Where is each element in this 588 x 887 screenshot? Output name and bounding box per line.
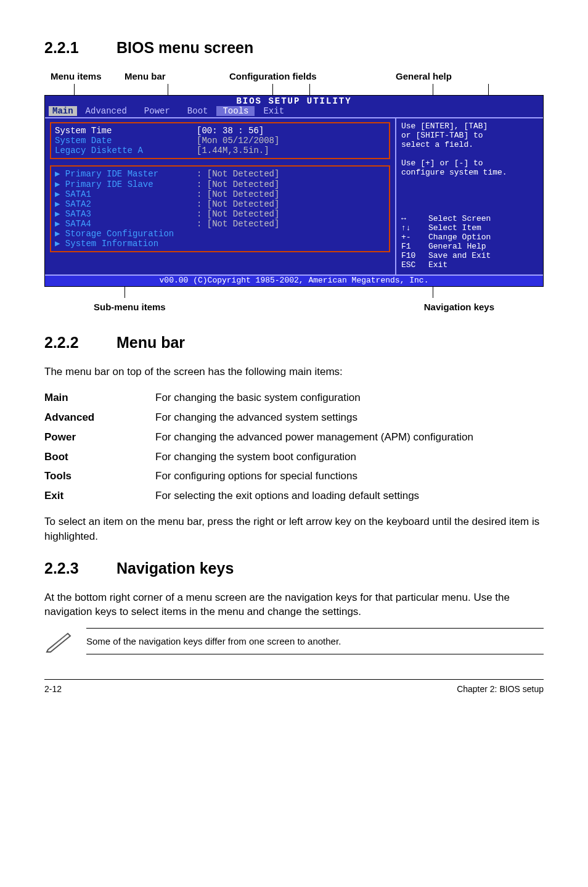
label-config-fields: Configuration fields <box>229 70 396 83</box>
page-number: 2-12 <box>44 683 62 696</box>
definition-term: Boot <box>44 447 155 467</box>
bios-group-devices: ▶ Primary IDE Master: [Not Detected]▶ Pr… <box>50 165 390 252</box>
bios-row[interactable]: System Time[00: 38 : 56] <box>55 126 385 136</box>
bios-group-system: System Time[00: 38 : 56]System Date[Mon … <box>50 122 390 159</box>
bios-help-line <box>401 150 538 159</box>
bios-help-line: Use [+] or [-] to <box>401 159 538 168</box>
definition-desc: For changing the basic system configurat… <box>155 388 544 408</box>
bios-help-key-row: F1General Help <box>401 242 538 252</box>
bios-row[interactable]: System Date[Mon 05/12/2008] <box>55 136 385 146</box>
definition-term: Tools <box>44 466 155 486</box>
definition-desc: For changing the system boot configurati… <box>155 447 544 467</box>
definition-desc: For changing the advanced power manageme… <box>155 427 544 447</box>
heading-num: 2.2.3 <box>44 558 112 579</box>
bios-tab-boot[interactable]: Boot <box>179 106 217 116</box>
bios-screenshot: BIOS SETUP UTILITY Main Advanced Power B… <box>44 95 544 287</box>
definition-row: AdvancedFor changing the advanced system… <box>44 408 544 427</box>
label-navigation-keys: Navigation keys <box>229 300 544 313</box>
bios-tab-main[interactable]: Main <box>49 106 77 116</box>
definition-row: ToolsFor configuring options for special… <box>44 466 544 486</box>
bios-tab-power[interactable]: Power <box>136 106 179 116</box>
definition-term: Power <box>44 427 155 447</box>
bios-help-line: configure system time. <box>401 168 538 178</box>
bios-help-key-row: ESCExit <box>401 261 538 270</box>
bios-row[interactable]: ▶ Primary IDE Slave: [Not Detected] <box>55 179 385 189</box>
definition-row: MainFor changing the basic system config… <box>44 388 544 408</box>
label-menu-bar: Menu bar <box>125 70 229 83</box>
heading-title: BIOS menu screen <box>116 39 253 56</box>
note-text: Some of the navigation keys differ from … <box>86 628 544 654</box>
heading-2-2-3: 2.2.3 Navigation keys <box>44 558 544 579</box>
bios-copyright: v00.00 (C)Copyright 1985-2002, American … <box>45 276 543 286</box>
label-general-help: General help <box>396 70 519 83</box>
bios-help-key-row: ↑↓Select Item <box>401 224 538 233</box>
page-footer: 2-12 Chapter 2: BIOS setup <box>44 679 544 696</box>
bios-tab-tools[interactable]: Tools <box>216 106 255 116</box>
heading-title: Menu bar <box>116 334 185 351</box>
bios-row[interactable]: ▶ Storage Configuration <box>55 229 385 239</box>
definition-term: Main <box>44 388 155 408</box>
bios-row[interactable]: ▶ SATA3: [Not Detected] <box>55 209 385 219</box>
bios-menubar: Main Advanced Power Boot Tools Exit <box>45 106 543 117</box>
svg-marker-0 <box>47 633 70 652</box>
tick-row-top <box>44 84 544 95</box>
note-block: Some of the navigation keys differ from … <box>44 628 544 654</box>
heading-2-2-2: 2.2.2 Menu bar <box>44 332 544 353</box>
heading-num: 2.2.1 <box>44 37 112 59</box>
definition-row: PowerFor changing the advanced power man… <box>44 427 544 447</box>
bios-help-key-row: F10Save and Exit <box>401 252 538 261</box>
diagram-top-labels: Menu items Menu bar Configuration fields… <box>44 70 544 83</box>
bios-row[interactable]: ▶ SATA2: [Not Detected] <box>55 199 385 209</box>
heading-title: Navigation keys <box>116 559 234 577</box>
heading-num: 2.2.2 <box>44 332 112 353</box>
bios-help-key-row: ↔Select Screen <box>401 215 538 224</box>
bios-help-line: or [SHIFT-TAB] to <box>401 131 538 141</box>
pencil-note-icon <box>44 630 73 653</box>
definition-desc: For selecting the exit options and loadi… <box>155 486 544 506</box>
bios-help-line: Use [ENTER], [TAB] <box>401 122 538 131</box>
label-menu-items: Menu items <box>44 70 125 83</box>
diagram-bottom-labels: Sub-menu items Navigation keys <box>44 300 544 313</box>
bios-row[interactable]: ▶ SATA1: [Not Detected] <box>55 189 385 199</box>
bios-tab-advanced[interactable]: Advanced <box>77 106 136 116</box>
label-sub-menu-items: Sub-menu items <box>44 300 229 313</box>
definition-row: BootFor changing the system boot configu… <box>44 447 544 467</box>
bios-tab-exit[interactable]: Exit <box>255 106 293 116</box>
menubar-definitions: MainFor changing the basic system config… <box>44 388 544 506</box>
bios-row[interactable]: ▶ SATA4: [Not Detected] <box>55 219 385 229</box>
bios-help-key-row: +-Change Option <box>401 233 538 242</box>
bios-row[interactable]: Legacy Diskette A[1.44M,3.5in.] <box>55 146 385 155</box>
bios-title: BIOS SETUP UTILITY <box>45 96 543 106</box>
tick-row-bottom <box>44 287 544 298</box>
bios-footer: v00.00 (C)Copyright 1985-2002, American … <box>45 274 543 286</box>
menubar-intro: The menu bar on top of the screen has th… <box>44 365 544 379</box>
definition-term: Advanced <box>44 408 155 427</box>
bios-left-pane: System Time[00: 38 : 56]System Date[Mon … <box>45 118 395 274</box>
bios-row[interactable]: ▶ System Information <box>55 239 385 249</box>
heading-2-2-1: 2.2.1 BIOS menu screen <box>44 37 544 59</box>
definition-row: ExitFor selecting the exit options and l… <box>44 486 544 506</box>
definition-desc: For configuring options for special func… <box>155 466 544 486</box>
bios-help-pane: Use [ENTER], [TAB]or [SHIFT-TAB] toselec… <box>395 118 543 274</box>
definition-term: Exit <box>44 486 155 506</box>
menubar-outro: To select an item on the menu bar, press… <box>44 514 544 544</box>
bios-help-line: select a field. <box>401 141 538 150</box>
bios-row[interactable]: ▶ Primary IDE Master: [Not Detected] <box>55 169 385 179</box>
page-chapter: Chapter 2: BIOS setup <box>457 683 544 696</box>
navkeys-paragraph: At the bottom right corner of a menu scr… <box>44 590 544 620</box>
definition-desc: For changing the advanced system setting… <box>155 408 544 427</box>
